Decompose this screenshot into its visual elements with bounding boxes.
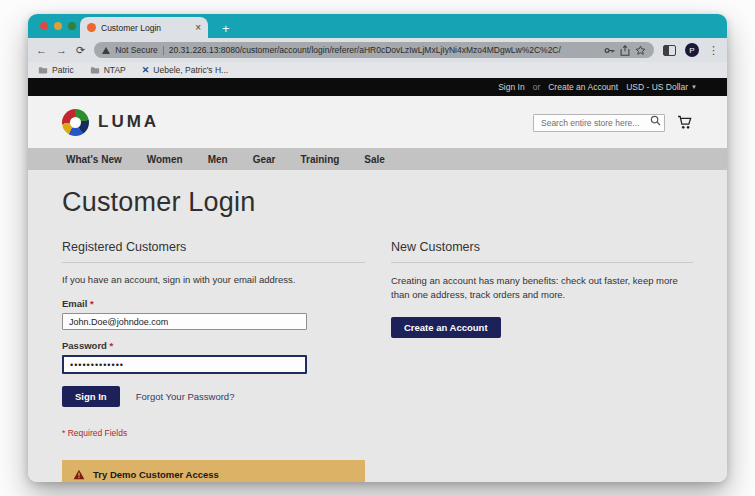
close-tab-icon[interactable]: ×	[195, 23, 201, 33]
browser-window: Customer Login × + ← → ⟳ Not Secure 20.3…	[28, 14, 727, 482]
password-label: Password *	[62, 340, 365, 351]
cart-icon[interactable]	[677, 115, 693, 130]
key-icon[interactable]	[604, 45, 615, 56]
sign-in-button[interactable]: Sign In	[62, 386, 120, 407]
required-asterisk: *	[90, 298, 94, 309]
magento-favicon-icon	[87, 23, 96, 32]
bookmark-star-icon[interactable]	[635, 45, 646, 56]
new-customers-heading: New Customers	[391, 240, 693, 263]
zoom-window-button[interactable]	[68, 22, 76, 30]
main-nav: What's New Women Men Gear Training Sale	[28, 148, 727, 170]
header-right	[533, 112, 693, 132]
required-fields-note: * Required Fields	[62, 428, 365, 438]
browser-titlebar: Customer Login × +	[28, 14, 727, 38]
warning-triangle-icon	[73, 469, 85, 480]
demo-access-heading: Try Demo Customer Access	[93, 469, 219, 480]
reload-icon[interactable]: ⟳	[76, 45, 85, 56]
window-controls	[40, 22, 76, 30]
browser-toolbar: ← → ⟳ Not Secure 20.31.226.13:8080/custo…	[28, 38, 727, 62]
registered-customers-heading: Registered Customers	[62, 240, 365, 263]
share-icon[interactable]	[620, 45, 630, 56]
top-create-account-link[interactable]: Create an Account	[548, 82, 618, 92]
required-asterisk: *	[110, 340, 114, 351]
not-secure-warning-icon	[102, 47, 110, 54]
nav-item-sale[interactable]: Sale	[364, 154, 385, 165]
search-input[interactable]	[533, 114, 665, 132]
top-sign-in-link[interactable]: Sign In	[498, 82, 524, 92]
nav-item-training[interactable]: Training	[300, 154, 339, 165]
luma-logo-text: LUMA	[98, 112, 159, 132]
nav-item-gear[interactable]: Gear	[253, 154, 276, 165]
bookmark-folder-patric[interactable]: Patric	[38, 65, 74, 75]
minimize-window-button[interactable]	[54, 22, 62, 30]
bookmark-folder-ntap[interactable]: NTAP	[90, 65, 126, 75]
search-box	[533, 112, 665, 132]
email-field-group: Email *	[62, 298, 365, 330]
page-viewport: Sign In or Create an Account USD - US Do…	[28, 78, 727, 482]
bookmark-uebele[interactable]: ✕ Uebele, Patric's H...	[142, 65, 228, 75]
forgot-password-link[interactable]: Forgot Your Password?	[136, 391, 235, 402]
registered-customers-section: Registered Customers If you have an acco…	[62, 240, 365, 438]
site-header: LUMA	[28, 96, 727, 148]
create-account-button[interactable]: Create an Account	[391, 317, 501, 338]
registered-customers-intro: If you have an account, sign in with you…	[62, 274, 365, 285]
browser-menu-icon[interactable]: ⋮	[708, 45, 719, 56]
sidebar-panel-icon[interactable]	[663, 45, 676, 56]
nav-item-women[interactable]: Women	[147, 154, 183, 165]
demo-access-box: Try Demo Customer Access Email: roni_cos…	[62, 460, 365, 482]
email-label: Email *	[62, 298, 365, 309]
store-top-bar: Sign In or Create an Account USD - US Do…	[28, 78, 727, 96]
tab-title: Customer Login	[101, 23, 190, 33]
top-or-text: or	[533, 82, 541, 92]
page-content: Customer Login Registered Customers If y…	[28, 170, 727, 482]
bookmark-label: Patric	[52, 65, 74, 75]
back-icon[interactable]: ←	[36, 45, 47, 56]
close-window-button[interactable]	[40, 22, 48, 30]
login-actions: Sign In Forgot Your Password?	[62, 386, 365, 407]
profile-avatar[interactable]: P	[685, 43, 699, 57]
bookmarks-bar: Patric NTAP ✕ Uebele, Patric's H...	[28, 62, 727, 78]
browser-tab[interactable]: Customer Login ×	[80, 17, 208, 38]
url-text: 20.31.226.13:8080/customer/account/login…	[169, 45, 599, 55]
desktop-background: Customer Login × + ← → ⟳ Not Secure 20.3…	[0, 0, 755, 496]
new-customers-body: Creating an account has many benefits: c…	[391, 274, 691, 302]
demo-access-title-row: Try Demo Customer Access	[73, 469, 354, 480]
nav-item-whats-new[interactable]: What's New	[66, 154, 122, 165]
chevron-down-icon: ▼	[691, 84, 697, 90]
x-site-icon: ✕	[142, 66, 150, 75]
folder-icon	[90, 66, 100, 74]
nav-item-men[interactable]: Men	[208, 154, 228, 165]
new-tab-button[interactable]: +	[222, 22, 230, 35]
new-customers-section: New Customers Creating an account has ma…	[391, 240, 693, 438]
folder-icon	[38, 66, 48, 74]
url-bar[interactable]: Not Secure 20.31.226.13:8080/customer/ac…	[94, 42, 654, 58]
bookmark-label: NTAP	[104, 65, 126, 75]
luma-logo-icon	[62, 109, 89, 136]
search-icon[interactable]	[650, 115, 661, 126]
email-field[interactable]	[62, 313, 307, 330]
currency-label: USD - US Dollar	[626, 82, 688, 92]
currency-dropdown[interactable]: USD - US Dollar ▼	[626, 82, 697, 92]
bookmark-label: Uebele, Patric's H...	[153, 65, 228, 75]
password-field-group: Password *	[62, 340, 365, 374]
url-separator	[163, 46, 164, 55]
forward-icon[interactable]: →	[56, 45, 67, 56]
page-title: Customer Login	[62, 187, 693, 218]
luma-logo[interactable]: LUMA	[62, 109, 159, 136]
security-label: Not Secure	[115, 45, 158, 55]
password-field[interactable]	[62, 355, 307, 374]
